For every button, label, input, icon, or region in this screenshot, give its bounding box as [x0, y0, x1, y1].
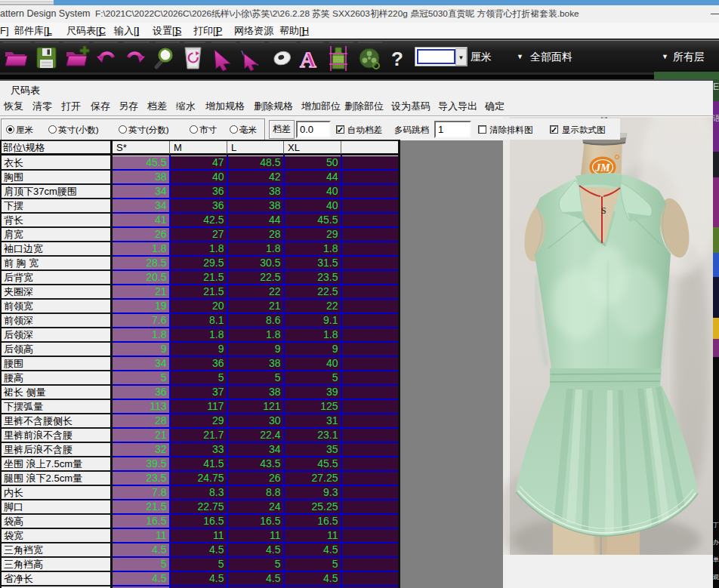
svg-text:?: ?	[391, 48, 403, 70]
svg-text:S: S	[600, 205, 606, 216]
svg-text:JM: JM	[594, 162, 610, 174]
svg-text:A: A	[300, 47, 316, 72]
